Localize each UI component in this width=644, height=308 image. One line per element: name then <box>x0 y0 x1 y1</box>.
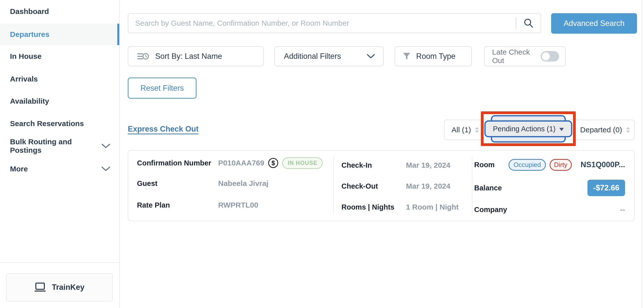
rooms-nights-row: Rooms | Nights 1 Room | Night <box>342 201 470 213</box>
rate-plan-value: RWPRTL00 <box>218 201 258 209</box>
chevron-down-icon <box>366 54 375 59</box>
balance-badge[interactable]: -$72.66 <box>588 180 625 196</box>
sidebar-item-arrivals[interactable]: Arrivals <box>0 68 119 90</box>
sidebar-item-label: More <box>10 165 28 173</box>
late-check-out-toggle[interactable] <box>541 51 559 62</box>
sidebar-item-label: Arrivals <box>10 75 38 83</box>
rooms-nights-label: Rooms | Nights <box>342 203 406 211</box>
company-value: -- <box>620 205 625 214</box>
laptop-icon <box>34 282 46 292</box>
sidebar-item-label: Search Reservations <box>10 119 84 128</box>
sort-by-label: Sort By: Last Name <box>155 52 222 61</box>
sort-by-button[interactable]: Sort By: Last Name <box>128 46 264 66</box>
sidebar-item-dashboard[interactable]: Dashboard <box>0 1 119 22</box>
check-in-value: Mar 19, 2024 <box>406 161 450 169</box>
confirmation-row: Confirmation Number P010AAA769 $ IN HOUS… <box>137 157 331 169</box>
room-type-filter-button[interactable]: Room Type <box>395 46 472 66</box>
sidebar-item-label: In House <box>10 52 42 61</box>
express-check-out-link[interactable]: Express Check Out <box>128 125 198 134</box>
additional-filters-label: Additional Filters <box>284 52 341 61</box>
reset-filters-button[interactable]: Reset Filters <box>128 78 196 99</box>
filter-funnel-icon <box>403 52 411 60</box>
sidebar-item-departures[interactable]: Departures <box>0 24 119 45</box>
sidebar-item-search-reservations[interactable]: Search Reservations <box>0 113 119 134</box>
sort-arrows-icon <box>626 127 630 133</box>
guest-row: Guest Nabeela Jivraj <box>137 178 331 189</box>
check-out-label: Check-Out <box>342 182 406 190</box>
late-check-out-filter: Late Check Out <box>484 46 566 66</box>
in-house-status-badge: IN HOUSE <box>282 157 323 169</box>
rooms-nights-value: 1 Room | Night <box>406 203 459 211</box>
search-divider <box>516 18 516 29</box>
room-label: Room <box>474 161 508 169</box>
sidebar-item-more[interactable]: More <box>0 158 119 180</box>
sidebar-item-label: Bulk Routing and Postings <box>10 138 101 154</box>
company-label: Company <box>474 206 508 214</box>
sidebar-item-label: Departures <box>10 30 49 39</box>
search-bar <box>128 13 541 33</box>
room-row: Room Occupied Dirty NS1Q000P... <box>474 159 625 170</box>
rate-plan-row: Rate Plan RWPRTL00 <box>137 199 331 211</box>
departures-screen: Dashboard Departures In House Arrivals A… <box>0 0 644 308</box>
check-in-label: Check-In <box>342 161 406 169</box>
room-type-label: Room Type <box>416 52 456 61</box>
check-out-value: Mar 19, 2024 <box>406 182 450 190</box>
sort-arrows-icon <box>475 127 479 133</box>
sidebar-item-bulk-routing[interactable]: Bulk Routing and Postings <box>0 135 119 157</box>
tab-departed-label: Departed (0) <box>580 126 622 134</box>
sidebar-item-label: Dashboard <box>10 7 49 16</box>
trainkey-label: TrainKey <box>52 283 84 292</box>
balance-label: Balance <box>474 184 508 192</box>
guest-label: Guest <box>137 179 218 188</box>
dropdown-caret-icon <box>559 128 564 131</box>
dollar-circle-icon[interactable]: $ <box>268 158 278 168</box>
scrollbar-track[interactable] <box>642 0 642 308</box>
tab-pending-actions[interactable]: Pending Actions (1) <box>484 115 572 143</box>
room-dirty-badge: Dirty <box>550 159 572 171</box>
advanced-search-button[interactable]: Advanced Search <box>551 13 637 34</box>
check-in-row: Check-In Mar 19, 2024 <box>342 159 470 171</box>
search-input[interactable] <box>135 19 513 28</box>
balance-row: Balance -$72.66 <box>474 180 625 196</box>
chevron-down-icon <box>101 166 110 171</box>
sidebar-item-in-house[interactable]: In House <box>0 46 119 67</box>
tab-pending-actions-label: Pending Actions (1) <box>493 125 555 133</box>
additional-filters-dropdown[interactable]: Additional Filters <box>274 46 384 66</box>
confirmation-number-value[interactable]: P010AAA769 <box>218 159 264 167</box>
rate-plan-label: Rate Plan <box>137 201 218 209</box>
toggle-knob <box>542 52 550 60</box>
tab-all-label: All (1) <box>452 126 471 134</box>
card-divider <box>472 157 472 214</box>
reservation-card: Confirmation Number P010AAA769 $ IN HOUS… <box>128 150 634 221</box>
sidebar-item-availability[interactable]: Availability <box>0 91 119 112</box>
room-occupied-badge: Occupied <box>508 159 546 171</box>
guest-name-value: Nabeela Jivraj <box>218 179 268 188</box>
chevron-down-icon <box>101 144 110 149</box>
sort-by-icon <box>137 52 149 61</box>
company-row: Company -- <box>474 204 625 215</box>
sidebar-item-label: Availability <box>10 97 49 105</box>
room-number-value[interactable]: NS1Q000P... <box>580 160 625 169</box>
search-icon[interactable] <box>523 18 534 29</box>
tab-all[interactable]: All (1) <box>452 120 479 140</box>
card-divider <box>333 157 334 214</box>
trainkey-button[interactable]: TrainKey <box>6 273 113 301</box>
sidebar-bottom-divider <box>0 262 119 263</box>
tab-departed[interactable]: Departed (0) <box>580 120 630 140</box>
check-out-row: Check-Out Mar 19, 2024 <box>342 180 470 192</box>
late-check-out-label: Late Check Out <box>492 48 535 65</box>
confirmation-number-label: Confirmation Number <box>137 159 218 167</box>
sidebar: Dashboard Departures In House Arrivals A… <box>0 0 120 308</box>
